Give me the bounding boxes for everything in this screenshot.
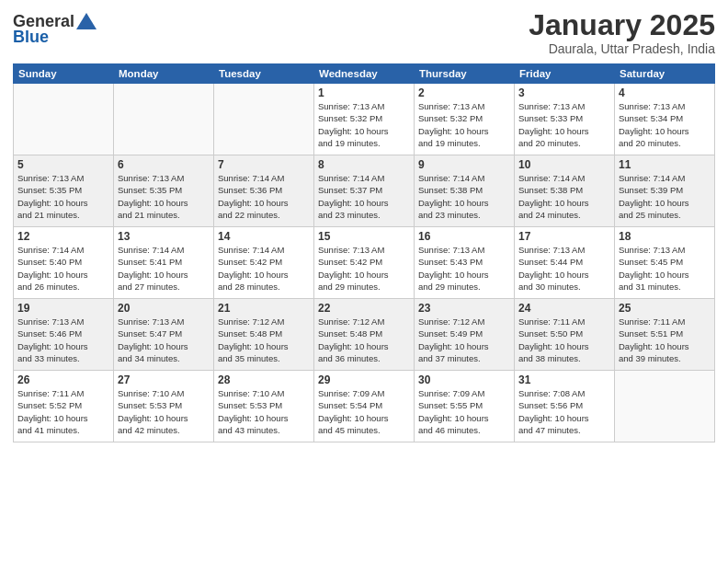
table-row: 7Sunrise: 7:14 AM Sunset: 5:36 PM Daylig… <box>214 155 314 227</box>
page-header: General Blue January 2025 Daurala, Uttar… <box>13 9 715 56</box>
calendar-page: General Blue January 2025 Daurala, Uttar… <box>0 0 728 563</box>
day-info: Sunrise: 7:14 AM Sunset: 5:38 PM Dayligh… <box>418 172 510 221</box>
day-info: Sunrise: 7:14 AM Sunset: 5:36 PM Dayligh… <box>218 172 310 221</box>
calendar-subtitle: Daurala, Uttar Pradesh, India <box>529 41 715 56</box>
day-number: 19 <box>17 302 109 315</box>
table-row: 4Sunrise: 7:13 AM Sunset: 5:34 PM Daylig… <box>615 84 715 155</box>
calendar-title: January 2025 <box>529 9 715 41</box>
day-number: 15 <box>318 230 410 243</box>
calendar-week-row: 19Sunrise: 7:13 AM Sunset: 5:46 PM Dayli… <box>14 299 715 371</box>
day-number: 7 <box>218 158 310 171</box>
col-wednesday: Wednesday <box>314 64 415 84</box>
table-row: 23Sunrise: 7:12 AM Sunset: 5:49 PM Dayli… <box>415 299 515 371</box>
table-row: 10Sunrise: 7:14 AM Sunset: 5:38 PM Dayli… <box>515 155 615 227</box>
table-row: 25Sunrise: 7:11 AM Sunset: 5:51 PM Dayli… <box>615 299 715 371</box>
day-info: Sunrise: 7:09 AM Sunset: 5:55 PM Dayligh… <box>418 387 510 436</box>
day-number: 12 <box>17 230 109 243</box>
table-row: 27Sunrise: 7:10 AM Sunset: 5:53 PM Dayli… <box>114 371 214 442</box>
table-row: 15Sunrise: 7:13 AM Sunset: 5:42 PM Dayli… <box>314 227 415 299</box>
day-info: Sunrise: 7:13 AM Sunset: 5:32 PM Dayligh… <box>418 100 510 149</box>
day-info: Sunrise: 7:14 AM Sunset: 5:41 PM Dayligh… <box>118 244 210 293</box>
day-number: 9 <box>418 158 510 171</box>
calendar-week-row: 1Sunrise: 7:13 AM Sunset: 5:32 PM Daylig… <box>14 84 715 155</box>
table-row: 6Sunrise: 7:13 AM Sunset: 5:35 PM Daylig… <box>114 155 214 227</box>
day-number: 10 <box>518 158 610 171</box>
day-number: 2 <box>418 86 510 99</box>
table-row: 12Sunrise: 7:14 AM Sunset: 5:40 PM Dayli… <box>14 227 114 299</box>
day-number: 29 <box>318 373 410 386</box>
table-row: 31Sunrise: 7:08 AM Sunset: 5:56 PM Dayli… <box>515 371 615 442</box>
day-number: 30 <box>418 373 510 386</box>
day-info: Sunrise: 7:11 AM Sunset: 5:50 PM Dayligh… <box>518 316 610 364</box>
table-row: 13Sunrise: 7:14 AM Sunset: 5:41 PM Dayli… <box>114 227 214 299</box>
table-row: 5Sunrise: 7:13 AM Sunset: 5:35 PM Daylig… <box>14 155 114 227</box>
svg-marker-0 <box>76 13 97 29</box>
table-row: 28Sunrise: 7:10 AM Sunset: 5:53 PM Dayli… <box>214 371 314 442</box>
day-info: Sunrise: 7:08 AM Sunset: 5:56 PM Dayligh… <box>518 387 610 436</box>
day-info: Sunrise: 7:14 AM Sunset: 5:40 PM Dayligh… <box>17 244 109 293</box>
calendar-week-row: 26Sunrise: 7:11 AM Sunset: 5:52 PM Dayli… <box>14 371 715 442</box>
table-row: 16Sunrise: 7:13 AM Sunset: 5:43 PM Dayli… <box>415 227 515 299</box>
table-row: 17Sunrise: 7:13 AM Sunset: 5:44 PM Dayli… <box>515 227 615 299</box>
day-number: 23 <box>418 302 510 315</box>
day-number: 27 <box>118 373 210 386</box>
day-number: 4 <box>619 86 711 99</box>
day-info: Sunrise: 7:13 AM Sunset: 5:46 PM Dayligh… <box>17 316 109 364</box>
logo-icon <box>76 13 97 29</box>
table-row: 1Sunrise: 7:13 AM Sunset: 5:32 PM Daylig… <box>314 84 415 155</box>
day-info: Sunrise: 7:13 AM Sunset: 5:33 PM Dayligh… <box>518 100 610 149</box>
day-info: Sunrise: 7:13 AM Sunset: 5:35 PM Dayligh… <box>118 172 210 221</box>
table-row: 18Sunrise: 7:13 AM Sunset: 5:45 PM Dayli… <box>615 227 715 299</box>
day-info: Sunrise: 7:14 AM Sunset: 5:42 PM Dayligh… <box>218 244 310 293</box>
table-row: 29Sunrise: 7:09 AM Sunset: 5:54 PM Dayli… <box>314 371 415 442</box>
day-info: Sunrise: 7:12 AM Sunset: 5:49 PM Dayligh… <box>418 316 510 364</box>
day-number: 13 <box>118 230 210 243</box>
day-info: Sunrise: 7:14 AM Sunset: 5:37 PM Dayligh… <box>318 172 410 221</box>
day-info: Sunrise: 7:13 AM Sunset: 5:44 PM Dayligh… <box>518 244 610 293</box>
day-number: 31 <box>518 373 610 386</box>
col-friday: Friday <box>515 64 615 84</box>
table-row <box>14 84 114 155</box>
day-info: Sunrise: 7:12 AM Sunset: 5:48 PM Dayligh… <box>218 316 310 364</box>
col-thursday: Thursday <box>415 64 515 84</box>
table-row: 20Sunrise: 7:13 AM Sunset: 5:47 PM Dayli… <box>114 299 214 371</box>
table-row: 19Sunrise: 7:13 AM Sunset: 5:46 PM Dayli… <box>14 299 114 371</box>
day-number: 24 <box>518 302 610 315</box>
day-number: 22 <box>318 302 410 315</box>
calendar-table: Sunday Monday Tuesday Wednesday Thursday… <box>13 63 715 442</box>
table-row: 30Sunrise: 7:09 AM Sunset: 5:55 PM Dayli… <box>415 371 515 442</box>
table-row: 11Sunrise: 7:14 AM Sunset: 5:39 PM Dayli… <box>615 155 715 227</box>
day-number: 17 <box>518 230 610 243</box>
day-number: 11 <box>619 158 711 171</box>
table-row: 24Sunrise: 7:11 AM Sunset: 5:50 PM Dayli… <box>515 299 615 371</box>
logo: General Blue <box>13 13 97 47</box>
day-info: Sunrise: 7:11 AM Sunset: 5:51 PM Dayligh… <box>619 316 711 364</box>
day-number: 26 <box>17 373 109 386</box>
day-number: 6 <box>118 158 210 171</box>
day-number: 16 <box>418 230 510 243</box>
day-number: 20 <box>118 302 210 315</box>
table-row: 14Sunrise: 7:14 AM Sunset: 5:42 PM Dayli… <box>214 227 314 299</box>
table-row <box>114 84 214 155</box>
day-info: Sunrise: 7:13 AM Sunset: 5:42 PM Dayligh… <box>318 244 410 293</box>
title-block: January 2025 Daurala, Uttar Pradesh, Ind… <box>529 9 715 56</box>
table-row: 22Sunrise: 7:12 AM Sunset: 5:48 PM Dayli… <box>314 299 415 371</box>
day-number: 8 <box>318 158 410 171</box>
header-row: Sunday Monday Tuesday Wednesday Thursday… <box>14 64 715 84</box>
col-monday: Monday <box>114 64 214 84</box>
table-row: 2Sunrise: 7:13 AM Sunset: 5:32 PM Daylig… <box>415 84 515 155</box>
day-info: Sunrise: 7:13 AM Sunset: 5:34 PM Dayligh… <box>619 100 711 149</box>
day-number: 14 <box>218 230 310 243</box>
day-info: Sunrise: 7:13 AM Sunset: 5:47 PM Dayligh… <box>118 316 210 364</box>
calendar-week-row: 5Sunrise: 7:13 AM Sunset: 5:35 PM Daylig… <box>14 155 715 227</box>
day-info: Sunrise: 7:14 AM Sunset: 5:39 PM Dayligh… <box>619 172 711 221</box>
day-info: Sunrise: 7:13 AM Sunset: 5:35 PM Dayligh… <box>17 172 109 221</box>
day-number: 1 <box>318 86 410 99</box>
day-info: Sunrise: 7:10 AM Sunset: 5:53 PM Dayligh… <box>118 387 210 436</box>
day-info: Sunrise: 7:09 AM Sunset: 5:54 PM Dayligh… <box>318 387 410 436</box>
day-info: Sunrise: 7:13 AM Sunset: 5:43 PM Dayligh… <box>418 244 510 293</box>
day-number: 3 <box>518 86 610 99</box>
day-number: 21 <box>218 302 310 315</box>
day-number: 28 <box>218 373 310 386</box>
table-row: 8Sunrise: 7:14 AM Sunset: 5:37 PM Daylig… <box>314 155 415 227</box>
